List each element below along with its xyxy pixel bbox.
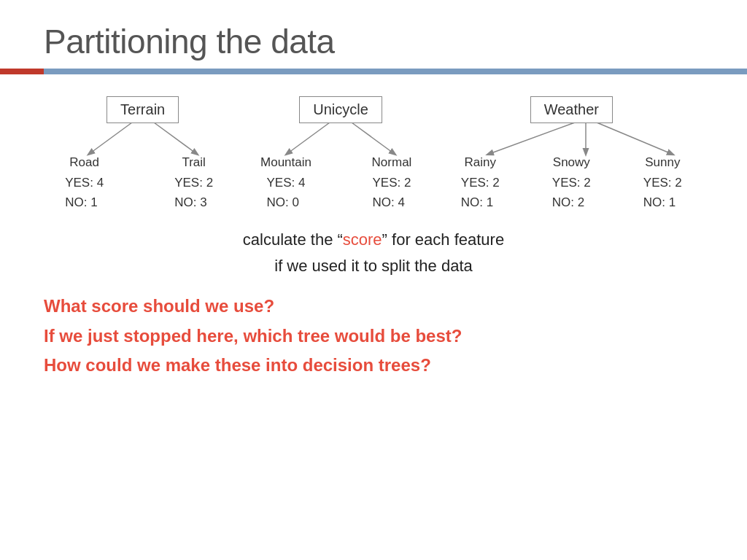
weather-leaf-rainy: Rainy YES: 2 NO: 1 bbox=[440, 155, 520, 212]
terrain-branch-trail-label: Trail bbox=[182, 155, 205, 170]
terrain-branch-road-label: Road bbox=[69, 155, 99, 170]
calculate-line1-suffix: ” for each feature bbox=[382, 230, 505, 249]
page-title: Partitioning the data bbox=[44, 22, 703, 61]
weather-tree: Weather Rainy YES: 2 NO: 1 Snowy YES: 2 … bbox=[440, 96, 703, 212]
unicycle-tree: Unicycle Mountain YES: 4 NO: 0 Normal YE… bbox=[242, 96, 439, 212]
trees-container: Terrain Road YES: 4 NO: 1 Trail YES: 2 N… bbox=[44, 96, 703, 212]
terrain-node: Terrain bbox=[107, 96, 179, 123]
weather-branch-rainy-label: Rainy bbox=[465, 155, 496, 170]
svg-line-1 bbox=[154, 122, 198, 155]
unicycle-leaf-normal: Normal YES: 2 NO: 4 bbox=[344, 155, 439, 212]
terrain-leaf-road-data: YES: 4 NO: 1 bbox=[65, 173, 104, 212]
calculate-section: calculate the “score” for each feature i… bbox=[44, 227, 703, 278]
unicycle-leaves-row: Mountain YES: 4 NO: 0 Normal YES: 2 NO: … bbox=[242, 155, 439, 212]
question-3: How could we make these into decision tr… bbox=[44, 351, 703, 381]
svg-line-3 bbox=[352, 122, 395, 155]
weather-leaf-rainy-data: YES: 2 NO: 1 bbox=[461, 173, 500, 212]
calculate-line2: if we used it to split the data bbox=[44, 253, 703, 279]
weather-leaf-sunny: Sunny YES: 2 NO: 1 bbox=[622, 155, 703, 212]
weather-node: Weather bbox=[530, 96, 613, 123]
svg-line-6 bbox=[597, 122, 673, 155]
score-word: score bbox=[343, 230, 382, 249]
unicycle-branch-mountain-label: Mountain bbox=[260, 155, 311, 170]
terrain-root-row: Terrain bbox=[44, 96, 241, 123]
svg-line-4 bbox=[487, 122, 575, 155]
weather-leaf-snowy-data: YES: 2 NO: 2 bbox=[552, 173, 591, 212]
terrain-tree: Terrain Road YES: 4 NO: 1 Trail YES: 2 N… bbox=[44, 96, 241, 212]
weather-branch-snowy-label: Snowy bbox=[553, 155, 590, 170]
unicycle-leaf-normal-data: YES: 2 NO: 4 bbox=[373, 173, 411, 212]
weather-root-row: Weather bbox=[440, 96, 703, 123]
unicycle-leaf-mountain-data: YES: 4 NO: 0 bbox=[267, 173, 306, 212]
question-2: If we just stopped here, which tree woul… bbox=[44, 322, 703, 351]
weather-leaf-sunny-data: YES: 2 NO: 1 bbox=[643, 173, 682, 212]
terrain-leaf-road: Road YES: 4 NO: 1 bbox=[44, 155, 125, 212]
terrain-leaves-row: Road YES: 4 NO: 1 Trail YES: 2 NO: 3 bbox=[44, 155, 241, 212]
questions-section: What score should we use? If we just sto… bbox=[44, 292, 703, 381]
calculate-line1-prefix: calculate the “ bbox=[243, 230, 343, 249]
weather-leaf-snowy: Snowy YES: 2 NO: 2 bbox=[531, 155, 611, 212]
slide: Partitioning the data Terrain bbox=[0, 0, 747, 560]
accent-bar bbox=[0, 69, 747, 74]
unicycle-branch-normal-label: Normal bbox=[372, 155, 412, 170]
question-1: What score should we use? bbox=[44, 292, 703, 322]
svg-line-0 bbox=[88, 122, 132, 155]
terrain-leaf-trail: Trail YES: 2 NO: 3 bbox=[147, 155, 241, 212]
terrain-leaf-trail-data: YES: 2 NO: 3 bbox=[174, 173, 213, 212]
unicycle-leaf-mountain: Mountain YES: 4 NO: 0 bbox=[242, 155, 330, 212]
calculate-line1: calculate the “score” for each feature bbox=[44, 227, 703, 252]
svg-line-2 bbox=[286, 122, 330, 155]
weather-branch-sunny-label: Sunny bbox=[645, 155, 680, 170]
unicycle-root-row: Unicycle bbox=[242, 96, 439, 123]
unicycle-node: Unicycle bbox=[299, 96, 382, 123]
weather-leaves-row: Rainy YES: 2 NO: 1 Snowy YES: 2 NO: 2 Su… bbox=[440, 155, 703, 212]
